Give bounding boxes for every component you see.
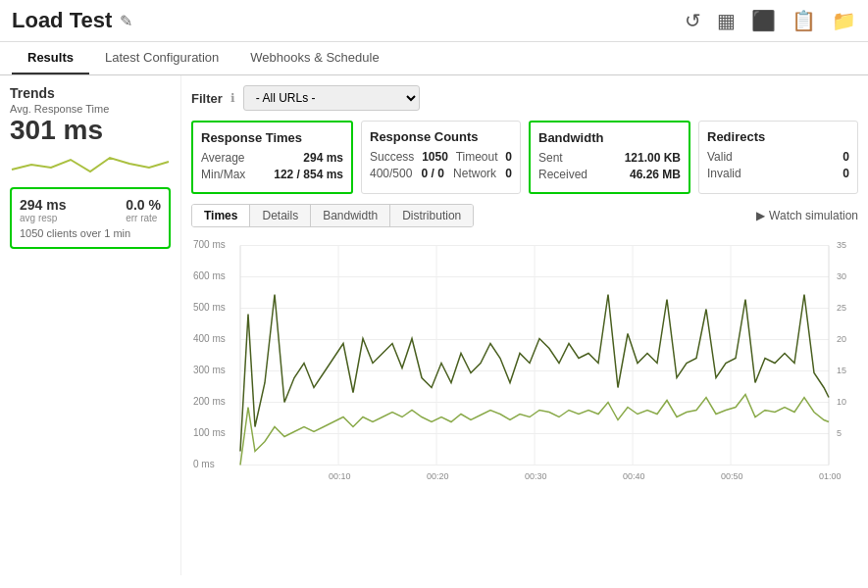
- page-title: Load Test: [12, 8, 112, 33]
- chart-tab-group: Times Details Bandwidth Distribution: [191, 204, 474, 227]
- bandwidth-row-1: Sent 121.00 KB: [538, 151, 681, 165]
- svg-text:01:00: 01:00: [819, 471, 842, 481]
- response-counts-row-2: 400/500 0 / 0 Network 0: [370, 167, 512, 180]
- grid-icon[interactable]: ▦: [717, 9, 736, 32]
- response-times-title: Response Times: [201, 130, 343, 145]
- chart-tab-details[interactable]: Details: [250, 205, 311, 226]
- chart-tabs: Times Details Bandwidth Distribution ▶ W…: [191, 204, 858, 227]
- filter-label: Filter: [191, 91, 223, 106]
- response-times-row-2: Min/Max 122 / 854 ms: [201, 168, 343, 181]
- chart-tab-times[interactable]: Times: [192, 205, 250, 226]
- avg-resp-label: avg resp: [20, 213, 66, 223]
- watch-simulation-label: Watch simulation: [769, 209, 858, 222]
- chart-area: 700 ms 600 ms 500 ms 400 ms 300 ms 200 m…: [191, 233, 858, 488]
- filter-info-icon: ℹ: [230, 91, 235, 105]
- svg-text:0 ms: 0 ms: [193, 459, 215, 469]
- clients-text: 1050 clients over 1 min: [20, 227, 161, 239]
- metric-response-counts: Response Counts Success 1050 Timeout 0 4…: [361, 121, 521, 194]
- svg-text:300 ms: 300 ms: [193, 365, 226, 375]
- svg-text:15: 15: [837, 366, 846, 375]
- edit-icon[interactable]: ✎: [120, 12, 132, 30]
- refresh-icon[interactable]: ↺: [685, 9, 701, 32]
- svg-text:00:10: 00:10: [329, 471, 351, 481]
- tab-latest-configuration[interactable]: Latest Configuration: [89, 42, 234, 74]
- avg-resp-stat: 294 ms avg resp: [20, 197, 66, 223]
- metric-response-times: Response Times Average 294 ms Min/Max 12…: [191, 121, 353, 194]
- svg-text:30: 30: [837, 271, 846, 281]
- svg-text:10: 10: [837, 397, 846, 407]
- redirects-title: Redirects: [707, 129, 849, 144]
- avg-resp-value: 294 ms: [20, 197, 66, 213]
- trends-title: Trends: [10, 85, 171, 101]
- svg-text:00:40: 00:40: [623, 471, 645, 481]
- title-section: Load Test ✎: [12, 8, 132, 33]
- redirects-row-2: Invalid 0: [707, 167, 849, 180]
- page-header: Load Test ✎ ↺ ▦ ⬛ 📋 📁: [0, 0, 868, 42]
- response-counts-title: Response Counts: [370, 129, 512, 144]
- trend-chart: [10, 150, 171, 179]
- tab-results[interactable]: Results: [12, 42, 89, 74]
- main-content: Trends Avg. Response Time 301 ms 294 ms …: [0, 75, 868, 575]
- chart-tab-bandwidth[interactable]: Bandwidth: [311, 205, 390, 226]
- svg-text:00:30: 00:30: [525, 471, 547, 481]
- svg-text:25: 25: [837, 303, 846, 313]
- stats-box: 294 ms avg resp 0.0 % err rate 1050 clie…: [10, 187, 171, 249]
- content-area: Filter ℹ - All URLs - Response Times Ave…: [181, 75, 868, 575]
- svg-text:35: 35: [837, 240, 846, 250]
- redirects-row-1: Valid 0: [707, 150, 849, 164]
- svg-text:400 ms: 400 ms: [193, 333, 226, 344]
- err-rate-value: 0.0 %: [126, 197, 161, 213]
- watch-simulation-button[interactable]: ▶ Watch simulation: [756, 209, 858, 222]
- filter-select[interactable]: - All URLs -: [243, 85, 420, 111]
- err-rate-stat: 0.0 % err rate: [126, 197, 161, 223]
- response-times-row-1: Average 294 ms: [201, 151, 343, 165]
- play-icon: ▶: [756, 209, 765, 222]
- tab-bar: Results Latest Configuration Webhooks & …: [0, 42, 868, 75]
- avg-label: Avg. Response Time: [10, 103, 171, 115]
- filter-row: Filter ℹ - All URLs -: [191, 85, 858, 111]
- svg-text:500 ms: 500 ms: [193, 302, 226, 313]
- metric-bandwidth: Bandwidth Sent 121.00 KB Received 46.26 …: [529, 121, 690, 194]
- toolbar-icons: ↺ ▦ ⬛ 📋 📁: [685, 9, 856, 32]
- svg-text:100 ms: 100 ms: [193, 427, 226, 438]
- svg-text:00:50: 00:50: [721, 471, 743, 481]
- response-counts-row-1: Success 1050 Timeout 0: [370, 150, 512, 164]
- metrics-row: Response Times Average 294 ms Min/Max 12…: [191, 121, 858, 194]
- svg-text:700 ms: 700 ms: [193, 239, 226, 250]
- copy-icon[interactable]: 📋: [791, 9, 816, 32]
- tab-webhooks-schedule[interactable]: Webhooks & Schedule: [234, 42, 394, 74]
- sidebar: Trends Avg. Response Time 301 ms 294 ms …: [0, 75, 181, 575]
- svg-text:200 ms: 200 ms: [193, 396, 226, 407]
- chart-svg: 700 ms 600 ms 500 ms 400 ms 300 ms 200 m…: [191, 233, 858, 488]
- bandwidth-title: Bandwidth: [538, 130, 681, 145]
- folder-icon[interactable]: 📁: [832, 9, 856, 32]
- bandwidth-row-2: Received 46.26 MB: [538, 168, 681, 181]
- err-rate-label: err rate: [126, 213, 161, 223]
- export-icon[interactable]: ⬛: [751, 9, 776, 32]
- stats-row-1: 294 ms avg resp 0.0 % err rate: [20, 197, 161, 223]
- chart-tab-distribution[interactable]: Distribution: [390, 205, 473, 226]
- svg-text:00:20: 00:20: [427, 471, 449, 481]
- metric-redirects: Redirects Valid 0 Invalid 0: [698, 121, 858, 194]
- avg-value: 301 ms: [10, 115, 171, 146]
- svg-text:600 ms: 600 ms: [193, 270, 226, 281]
- svg-text:20: 20: [837, 334, 846, 344]
- svg-text:5: 5: [837, 428, 842, 438]
